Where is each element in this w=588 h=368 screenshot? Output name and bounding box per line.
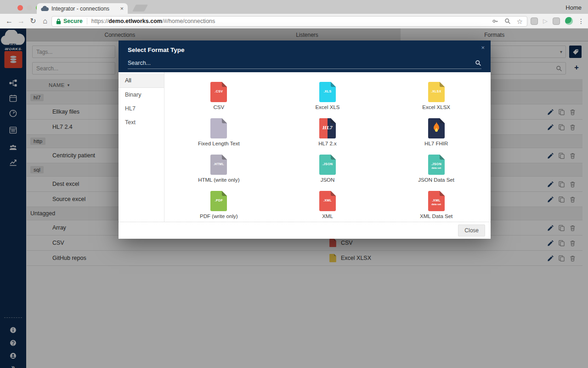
file-sub-text: data set (428, 203, 445, 206)
format-option-excel-xls[interactable]: .XLSExcel XLS (273, 75, 382, 111)
category-all[interactable]: All (119, 74, 164, 88)
category-binary[interactable]: Binary (119, 88, 164, 102)
dialog-search (128, 57, 481, 69)
bookmark-star-icon[interactable]: ☆ (517, 18, 523, 25)
category-text[interactable]: Text (119, 115, 164, 129)
tab-close-icon[interactable]: × (120, 6, 124, 12)
dialog-close-icon[interactable]: × (481, 45, 485, 51)
format-category-list: AllBinaryHL7Text (119, 72, 164, 222)
overflow-menu-icon[interactable]: ⋮ (578, 17, 584, 25)
file-ext-text: .JSON (428, 162, 445, 166)
menu-home[interactable]: Home (565, 4, 582, 11)
format-label: HL7 2.x (318, 141, 337, 146)
window-minimize-button[interactable] (27, 5, 32, 11)
profile-avatar-icon[interactable] (565, 17, 573, 25)
format-option-html-write-only[interactable]: .HTMLHTML (write only) (164, 148, 273, 184)
lock-icon (56, 18, 61, 24)
format-label: Excel XLSX (422, 104, 450, 110)
file-icon: .PDF (210, 191, 227, 211)
forward-icon[interactable]: → (16, 14, 27, 28)
format-option-hl7-fhir[interactable]: HL7 FHIR (382, 111, 491, 148)
extension-icon[interactable] (531, 17, 538, 25)
file-icon: .XMLdata set (428, 191, 445, 211)
file-ext-text: .XML (428, 199, 445, 202)
format-option-fixed-length-text[interactable]: Fixed Length Text (164, 111, 273, 148)
back-icon[interactable]: ← (4, 14, 15, 28)
home-icon[interactable]: ⌂ (40, 14, 51, 28)
close-button[interactable]: Close (458, 224, 485, 236)
format-option-xml-data-set[interactable]: .XMLdata setXML Data Set (382, 184, 491, 220)
file-icon: .CSV (210, 82, 227, 102)
file-icon: HL7 (319, 118, 336, 138)
file-ext-text: .HTML (210, 162, 227, 166)
file-icon (428, 118, 445, 138)
file-icon: .JSONdata set (428, 155, 445, 175)
secure-label: Secure (63, 18, 83, 24)
format-label: CSV (214, 104, 225, 110)
extension-icon[interactable] (553, 17, 560, 25)
format-option-hl7-2-x[interactable]: HL7HL7 2.x (273, 111, 382, 148)
browser-tab-title: Integrator - connections (51, 6, 120, 12)
category-hl7[interactable]: HL7 (119, 102, 164, 115)
file-sub-text: data set (428, 167, 445, 169)
format-label: PDF (write only) (200, 213, 237, 219)
address-separator (87, 18, 87, 24)
file-icon: .JSON (319, 155, 336, 175)
file-icon: .XLS (319, 82, 336, 102)
format-option-json[interactable]: .JSONJSON (273, 148, 382, 184)
format-label: Fixed Length Text (198, 141, 240, 146)
reload-icon[interactable]: ↻ (28, 14, 39, 28)
file-ext-text: .PDF (210, 199, 227, 202)
format-option-csv[interactable]: .CSVCSV (164, 75, 273, 111)
file-ext-text: .CSV (210, 90, 227, 93)
app-viewport: ETL WORKS » ConnectionsListenersFormats … (0, 29, 588, 368)
file-icon (210, 118, 227, 138)
browser-toolbar: ← → ↻ ⌂ Secure https://demo.etlworks.com… (0, 14, 588, 29)
format-label: JSON (321, 177, 335, 183)
url-scheme: https:// (91, 18, 109, 24)
url-path: /#/home/connections (162, 18, 215, 24)
window-close-button[interactable] (17, 5, 23, 11)
file-icon: .XML (319, 191, 336, 211)
dialog-header: Select Format Type × (119, 40, 491, 72)
address-bar[interactable]: Secure https://demo.etlworks.com/#/home/… (51, 16, 527, 27)
format-option-xml[interactable]: .XMLXML (273, 184, 382, 220)
format-option-pdf-write-only[interactable]: .PDFPDF (write only) (164, 184, 273, 220)
format-label: HTML (write only) (198, 177, 239, 183)
file-ext-text: .XLS (319, 90, 336, 93)
format-option-excel-xlsx[interactable]: .XLSXExcel XLSX (382, 75, 491, 111)
play-extension-icon[interactable]: ▷ (543, 17, 548, 24)
format-option-json-data-set[interactable]: .JSONdata setJSON Data Set (382, 148, 491, 184)
cloud-favicon-icon (41, 6, 49, 12)
browser-tab-strip: Integrator - connections × Home (0, 0, 588, 14)
password-key-icon[interactable] (492, 18, 498, 24)
search-icon[interactable] (475, 60, 481, 66)
file-ext-text: .XLSX (428, 90, 445, 93)
format-label: XML (322, 213, 333, 219)
format-label: XML Data Set (420, 213, 452, 219)
file-ext-text: .JSON (319, 162, 336, 166)
file-ext-text: HL7 (319, 125, 336, 130)
format-label: HL7 FHIR (424, 141, 448, 146)
dialog-search-input[interactable] (128, 60, 475, 66)
format-label: Excel XLS (315, 104, 339, 110)
file-icon: .HTML (210, 155, 227, 175)
select-format-type-dialog: Select Format Type × AllBinaryHL7Text .C… (119, 40, 491, 239)
dialog-footer: Close (119, 222, 491, 239)
format-label: JSON Data Set (418, 177, 454, 183)
browser-tab[interactable]: Integrator - connections × (37, 3, 128, 14)
dialog-title: Select Format Type (119, 40, 491, 53)
format-grid: .CSVCSV.XLSExcel XLS.XLSXExcel XLSXFixed… (164, 72, 491, 222)
url-domain: demo.etlworks.com (108, 18, 162, 24)
new-tab-button[interactable] (132, 5, 148, 12)
zoom-icon[interactable] (504, 18, 511, 24)
file-icon: .XLSX (428, 82, 445, 102)
file-ext-text: .XML (319, 199, 336, 202)
